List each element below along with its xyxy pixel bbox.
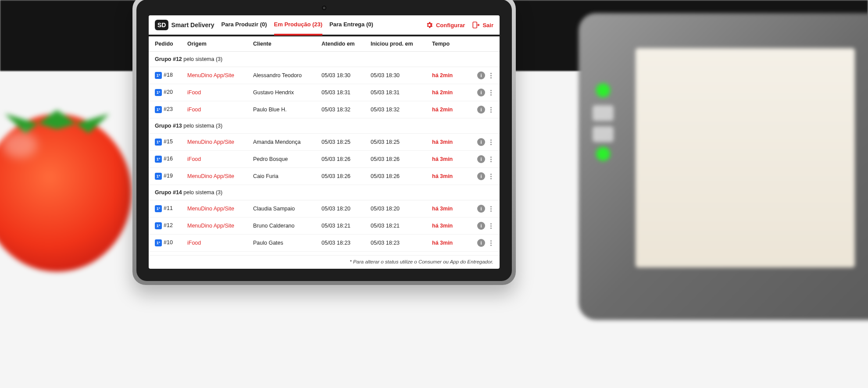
configure-button[interactable]: Configurar: [425, 21, 465, 29]
printer-decoration: [579, 13, 868, 320]
order-client: Gustavo Hendrix: [253, 89, 321, 96]
order-client: Caio Furia: [253, 173, 321, 179]
priority-badge-icon: 1º: [155, 72, 162, 79]
order-prod-at: 05/03 18:30: [371, 72, 432, 78]
order-served-at: 05/03 18:32: [321, 107, 371, 113]
tomato-decoration: [0, 114, 132, 272]
info-icon[interactable]: i: [477, 205, 485, 213]
kebab-menu-icon[interactable]: [489, 205, 493, 213]
order-origin: iFood: [187, 107, 253, 113]
kebab-menu-icon[interactable]: [489, 72, 493, 79]
order-origin: MenuDino App/Site: [187, 173, 253, 179]
footer-note: * Para alterar o status utilize o Consum…: [149, 255, 500, 269]
order-served-at: 05/03 18:26: [321, 173, 371, 179]
order-client: Alessandro Teodoro: [253, 72, 321, 78]
kebab-menu-icon[interactable]: [489, 222, 493, 230]
order-id: #23: [164, 106, 173, 112]
priority-badge-icon: 1º: [155, 173, 162, 180]
priority-badge-icon: 1º: [155, 239, 162, 246]
order-client: Pedro Bosque: [253, 156, 321, 162]
order-prod-at: 05/03 18:32: [371, 107, 432, 113]
priority-badge-icon: 1º: [155, 89, 162, 96]
kebab-menu-icon[interactable]: [489, 89, 493, 96]
table-body[interactable]: Grupo #12 pelo sistema (3)1º#18MenuDino …: [149, 52, 500, 255]
order-prod-at: 05/03 18:21: [371, 223, 432, 229]
order-row[interactable]: 1º#20iFoodGustavo Hendrix05/03 18:3105/0…: [149, 84, 500, 101]
column-prod: Iniciou prod. em: [371, 41, 432, 47]
order-row[interactable]: 1º#10iFoodPaulo Gates05/03 18:2305/03 18…: [149, 235, 500, 252]
info-icon[interactable]: i: [477, 138, 485, 146]
order-id: #19: [164, 173, 173, 179]
order-elapsed: há 2min: [432, 89, 466, 96]
order-prod-at: 05/03 18:26: [371, 173, 432, 179]
logout-button[interactable]: Sair: [472, 21, 493, 29]
column-atendido: Atendido em: [321, 41, 371, 47]
order-prod-at: 05/03 18:20: [371, 206, 432, 212]
order-row[interactable]: 1º#11MenuDino App/SiteClaudia Sampaio05/…: [149, 200, 500, 217]
kebab-menu-icon[interactable]: [489, 156, 493, 163]
column-cliente: Cliente: [253, 41, 321, 47]
order-client: Paulo Blue H.: [253, 107, 321, 113]
column-tempo: Tempo: [432, 41, 466, 47]
order-origin: MenuDino App/Site: [187, 72, 253, 78]
order-row[interactable]: 1º#19MenuDino App/SiteCaio Furia05/03 18…: [149, 168, 500, 185]
tablet-frame: SD Smart Delivery Para Produzir (0)Em Pr…: [132, 0, 516, 285]
kebab-menu-icon[interactable]: [489, 106, 493, 114]
order-served-at: 05/03 18:31: [321, 89, 371, 96]
info-icon[interactable]: i: [477, 71, 485, 79]
column-pedido: Pedido: [155, 41, 187, 47]
order-client: Paulo Gates: [253, 240, 321, 246]
info-icon[interactable]: i: [477, 155, 485, 163]
order-prod-at: 05/03 18:25: [371, 139, 432, 145]
app-window: SD Smart Delivery Para Produzir (0)Em Pr…: [149, 15, 500, 269]
order-served-at: 05/03 18:25: [321, 139, 371, 145]
kebab-menu-icon[interactable]: [489, 239, 493, 247]
order-origin: iFood: [187, 156, 253, 162]
order-id: #15: [164, 139, 173, 145]
tab-2[interactable]: Para Entrega (0): [329, 21, 373, 29]
order-origin: MenuDino App/Site: [187, 206, 253, 212]
order-row[interactable]: 1º#16iFoodPedro Bosque05/03 18:2605/03 1…: [149, 151, 500, 168]
order-origin: MenuDino App/Site: [187, 139, 253, 145]
order-prod-at: 05/03 18:23: [371, 240, 432, 246]
order-client: Bruno Calderano: [253, 223, 321, 229]
order-served-at: 05/03 18:21: [321, 223, 371, 229]
order-origin: MenuDino App/Site: [187, 223, 253, 229]
order-elapsed: há 3min: [432, 223, 466, 229]
column-origem: Origem: [187, 41, 253, 47]
order-id: #12: [164, 222, 173, 228]
info-icon[interactable]: i: [477, 239, 485, 247]
kebab-menu-icon[interactable]: [489, 173, 493, 180]
kebab-menu-icon[interactable]: [489, 139, 493, 146]
app-title: Smart Delivery: [171, 21, 214, 28]
priority-badge-icon: 1º: [155, 205, 162, 212]
info-icon[interactable]: i: [477, 222, 485, 230]
info-icon[interactable]: i: [477, 89, 485, 96]
priority-badge-icon: 1º: [155, 222, 162, 229]
info-icon[interactable]: i: [477, 172, 485, 180]
order-client: Claudia Sampaio: [253, 206, 321, 212]
group-header: Grupo #13 pelo sistema (3): [149, 118, 500, 134]
order-client: Amanda Mendonça: [253, 139, 321, 145]
order-row[interactable]: 1º#12MenuDino App/SiteBruno Calderano05/…: [149, 217, 500, 235]
configure-label: Configurar: [436, 22, 465, 28]
logout-icon: [472, 21, 480, 29]
order-id: #11: [164, 205, 173, 211]
gear-icon: [425, 21, 433, 29]
priority-badge-icon: 1º: [155, 139, 162, 146]
group-header: Grupo #14 pelo sistema (3): [149, 185, 500, 200]
info-icon[interactable]: i: [477, 106, 485, 114]
order-elapsed: há 3min: [432, 156, 466, 162]
order-row[interactable]: 1º#15MenuDino App/SiteAmanda Mendonça05/…: [149, 134, 500, 151]
order-origin: iFood: [187, 240, 253, 246]
priority-badge-icon: 1º: [155, 106, 162, 113]
order-id: #16: [164, 156, 173, 162]
order-prod-at: 05/03 18:31: [371, 89, 432, 96]
order-prod-at: 05/03 18:26: [371, 156, 432, 162]
order-served-at: 05/03 18:26: [321, 156, 371, 162]
tab-0[interactable]: Para Produzir (0): [221, 21, 267, 29]
order-row[interactable]: 1º#23iFoodPaulo Blue H.05/03 18:3205/03 …: [149, 101, 500, 118]
order-row[interactable]: 1º#18MenuDino App/SiteAlessandro Teodoro…: [149, 67, 500, 84]
order-elapsed: há 2min: [432, 72, 466, 78]
tab-1[interactable]: Em Produção (23): [274, 21, 323, 29]
